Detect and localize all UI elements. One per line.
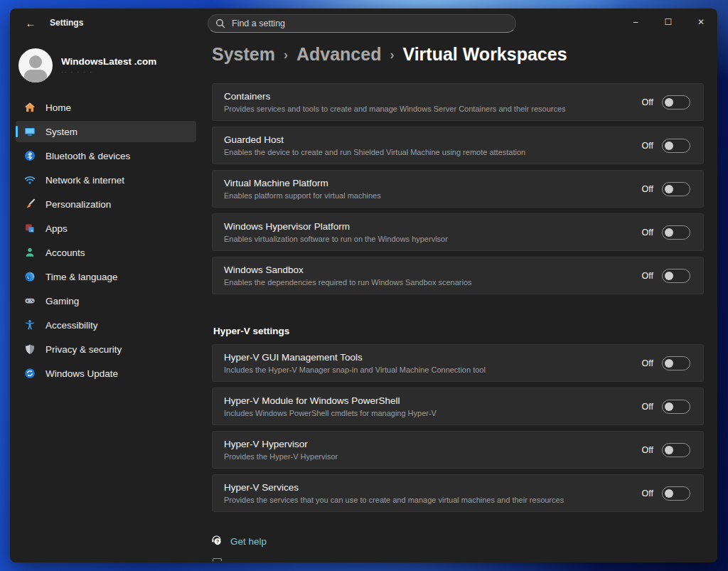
sidebar-item-label: Personalization bbox=[46, 199, 111, 210]
gaming-icon bbox=[24, 295, 36, 306]
toggle-switch[interactable] bbox=[662, 400, 690, 414]
toggle-state-label: Off bbox=[642, 228, 653, 238]
setting-card-windows-sandbox: Windows Sandbox Enables the dependencies… bbox=[212, 257, 704, 294]
toggle-state-label: Off bbox=[642, 184, 653, 194]
toggle-switch[interactable] bbox=[662, 139, 690, 153]
setting-card-hyperv-gui-tools: Hyper-V GUI Management Tools Includes th… bbox=[212, 344, 704, 382]
profile-subtitle: ·· · · · · bbox=[61, 69, 156, 75]
setting-description: Includes the Hyper-V Manager snap-in and… bbox=[224, 365, 642, 374]
accounts-icon bbox=[24, 247, 36, 258]
setting-description: Enables platform support for virtual mac… bbox=[224, 191, 642, 200]
page-title: Virtual Workspaces bbox=[402, 44, 567, 65]
sidebar-item-label: Apps bbox=[46, 223, 68, 234]
profile-name: WindowsLatest .com bbox=[61, 56, 156, 67]
maximize-button[interactable]: ☐ bbox=[652, 9, 685, 36]
setting-card-hyperv-hypervisor: Hyper-V Hypervisor Provides the Hyper-V … bbox=[212, 431, 704, 469]
sidebar-item-accounts[interactable]: Accounts bbox=[16, 242, 196, 263]
maximize-icon: ☐ bbox=[665, 17, 673, 27]
privacy-icon bbox=[24, 343, 36, 355]
toggle-state-label: Off bbox=[642, 445, 653, 455]
avatar bbox=[18, 48, 53, 82]
toggle-state-label: Off bbox=[642, 402, 653, 412]
give-feedback-icon[interactable] bbox=[213, 558, 222, 561]
network-icon bbox=[24, 174, 36, 186]
close-button[interactable]: ✕ bbox=[685, 9, 717, 36]
sidebar-item-accessibility[interactable]: Accessibility bbox=[16, 314, 196, 336]
setting-description: Includes Windows PowerShell cmdlets for … bbox=[224, 409, 642, 417]
toggle-switch[interactable] bbox=[662, 182, 690, 196]
setting-description: Enables the dependencies required to run… bbox=[224, 278, 642, 287]
sidebar-item-label: Time & language bbox=[46, 272, 118, 282]
sidebar-item-label: Bluetooth & devices bbox=[46, 151, 130, 161]
sidebar-item-windows-update[interactable]: Windows Update bbox=[16, 363, 196, 384]
sidebar-item-bluetooth-devices[interactable]: Bluetooth & devices bbox=[16, 145, 196, 166]
toggle-state-label: Off bbox=[642, 141, 653, 151]
sidebar-item-time-language[interactable]: Time & language bbox=[16, 266, 196, 287]
get-help-link[interactable]: ? Get help bbox=[210, 533, 267, 550]
minimize-icon: – bbox=[633, 17, 638, 27]
setting-title: Windows Hypervisor Platform bbox=[224, 221, 642, 232]
setting-title: Hyper-V Services bbox=[224, 482, 642, 493]
setting-description: Enables virtualization software to run o… bbox=[224, 235, 642, 243]
toggle-knob bbox=[665, 446, 673, 454]
breadcrumb-system[interactable]: System bbox=[212, 44, 275, 65]
sidebar-nav: Home System Bluetooth & devices Network … bbox=[16, 97, 196, 387]
svg-text:?: ? bbox=[216, 538, 220, 545]
toggle-switch[interactable] bbox=[662, 225, 690, 240]
sidebar-item-network-internet[interactable]: Network & internet bbox=[16, 169, 196, 191]
user-profile[interactable]: WindowsLatest .com ·· · · · · bbox=[16, 43, 196, 88]
toggle-state-label: Off bbox=[642, 271, 653, 281]
toggle-knob bbox=[665, 402, 673, 411]
sidebar-item-personalization[interactable]: Personalization bbox=[16, 193, 196, 215]
setting-title: Hyper-V GUI Management Tools bbox=[224, 352, 642, 363]
sidebar-item-label: Home bbox=[46, 102, 71, 113]
setting-title: Guarded Host bbox=[224, 134, 642, 145]
main-content: System › Advanced › Virtual Workspaces C… bbox=[202, 37, 717, 562]
app-title: Settings bbox=[50, 18, 83, 28]
toggle-knob bbox=[665, 185, 673, 193]
setting-title: Windows Sandbox bbox=[224, 265, 642, 275]
breadcrumb-advanced[interactable]: Advanced bbox=[296, 44, 381, 65]
toggle-knob bbox=[665, 98, 673, 107]
personalization-icon bbox=[24, 198, 36, 210]
toggle-switch[interactable] bbox=[662, 486, 690, 501]
settings-window: ← Settings – ☐ ✕ WindowsLatest .com ·· ·… bbox=[10, 9, 717, 562]
toggle-knob bbox=[665, 272, 673, 280]
back-button[interactable]: ← bbox=[20, 13, 41, 33]
setting-title: Virtual Machine Platform bbox=[224, 178, 642, 188]
home-icon bbox=[24, 102, 36, 113]
sidebar-item-label: Windows Update bbox=[46, 368, 118, 379]
sidebar-item-label: Accounts bbox=[46, 247, 85, 258]
minimize-button[interactable]: – bbox=[619, 9, 652, 36]
window-controls: – ☐ ✕ bbox=[619, 9, 717, 36]
setting-title: Hyper-V Hypervisor bbox=[224, 439, 642, 449]
get-help-label: Get help bbox=[230, 536, 267, 547]
sidebar-item-system[interactable]: System bbox=[16, 121, 196, 142]
toggle-switch[interactable] bbox=[662, 95, 690, 110]
toggle-knob bbox=[665, 228, 673, 237]
sidebar-item-label: System bbox=[46, 127, 77, 137]
toggle-switch[interactable] bbox=[662, 269, 690, 283]
back-arrow-icon: ← bbox=[26, 17, 36, 29]
section-header-hyperv: Hyper-V settings bbox=[213, 326, 704, 336]
setting-description: Provides the services that you can use t… bbox=[224, 496, 642, 504]
sidebar-item-apps[interactable]: Apps bbox=[16, 218, 196, 239]
search-input[interactable] bbox=[232, 18, 508, 28]
sidebar-item-label: Accessibility bbox=[46, 320, 98, 331]
setting-card-hyperv-services: Hyper-V Services Provides the services t… bbox=[212, 474, 704, 512]
toggle-switch[interactable] bbox=[662, 356, 690, 370]
sidebar-item-label: Privacy & security bbox=[46, 344, 122, 355]
search-box[interactable] bbox=[208, 14, 516, 33]
setting-card-windows-hypervisor-platform: Windows Hypervisor Platform Enables virt… bbox=[212, 213, 704, 251]
sidebar-item-gaming[interactable]: Gaming bbox=[16, 290, 196, 311]
sidebar-item-privacy-security[interactable]: Privacy & security bbox=[16, 338, 196, 360]
setting-title: Containers bbox=[224, 91, 642, 102]
apps-icon bbox=[24, 223, 36, 234]
toggle-state-label: Off bbox=[642, 97, 653, 107]
sidebar-item-home[interactable]: Home bbox=[16, 97, 196, 118]
setting-card-hyperv-powershell-module: Hyper-V Module for Windows PowerShell In… bbox=[212, 388, 704, 425]
breadcrumb: System › Advanced › Virtual Workspaces bbox=[212, 44, 704, 65]
help-footer: ? Get help bbox=[212, 533, 704, 561]
toggle-switch[interactable] bbox=[662, 443, 690, 457]
accessibility-icon bbox=[24, 319, 36, 331]
